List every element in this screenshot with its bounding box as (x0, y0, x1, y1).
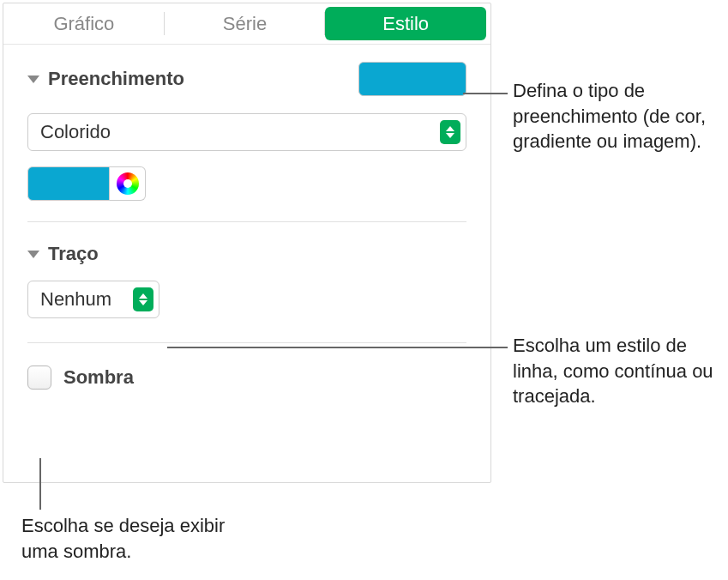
fill-type-value: Colorido (40, 121, 111, 143)
callout-line (167, 347, 508, 348)
tab-series-label: Série (223, 13, 267, 35)
color-picker-button[interactable] (110, 166, 146, 201)
shadow-row: Sombra (3, 343, 490, 412)
shadow-label: Sombra (63, 366, 134, 389)
callout-fill-text: Defina o tipo de preenchimento (de cor, … (513, 80, 706, 152)
fill-color-swatch[interactable] (358, 62, 466, 96)
callout-shadow: Escolha se deseja exibir uma sombra. (21, 513, 244, 564)
stroke-style-dropdown[interactable]: Nenhum (27, 281, 159, 318)
dropdown-arrows-icon (133, 287, 153, 311)
callout-line (463, 93, 508, 94)
fill-color-well[interactable] (27, 166, 110, 201)
callout-shadow-text: Escolha se deseja exibir uma sombra. (21, 515, 225, 562)
tab-chart[interactable]: Gráfico (3, 3, 165, 44)
shadow-checkbox[interactable] (27, 366, 51, 390)
tab-bar: Gráfico Série Estilo (3, 3, 490, 45)
fill-type-dropdown[interactable]: Colorido (27, 113, 466, 151)
tab-chart-label: Gráfico (53, 13, 114, 35)
tab-series[interactable]: Série (165, 3, 326, 44)
stroke-title-group[interactable]: Traço (27, 243, 466, 265)
callout-stroke: Escolha um estilo de linha, como contínu… (513, 333, 719, 409)
fill-color-row (27, 166, 466, 201)
chevron-down-icon (27, 76, 39, 83)
fill-title: Preenchimento (48, 68, 184, 90)
callout-line (39, 458, 41, 510)
callout-fill: Defina o tipo de preenchimento (de cor, … (513, 78, 719, 154)
tab-style[interactable]: Estilo (325, 7, 486, 40)
stroke-section: Traço Nenhum (3, 222, 490, 318)
style-panel: Gráfico Série Estilo Preenchimento Color… (3, 3, 491, 483)
stroke-style-value: Nenhum (40, 288, 111, 311)
tab-style-label: Estilo (382, 13, 429, 35)
chevron-down-icon (27, 251, 39, 258)
fill-section-header: Preenchimento (27, 62, 466, 96)
stroke-title: Traço (48, 243, 99, 265)
color-wheel-icon (117, 172, 139, 195)
dropdown-arrows-icon (440, 120, 460, 144)
fill-section: Preenchimento Colorido (3, 45, 490, 201)
fill-title-group[interactable]: Preenchimento (27, 68, 184, 90)
callout-stroke-text: Escolha um estilo de linha, como contínu… (513, 335, 713, 407)
